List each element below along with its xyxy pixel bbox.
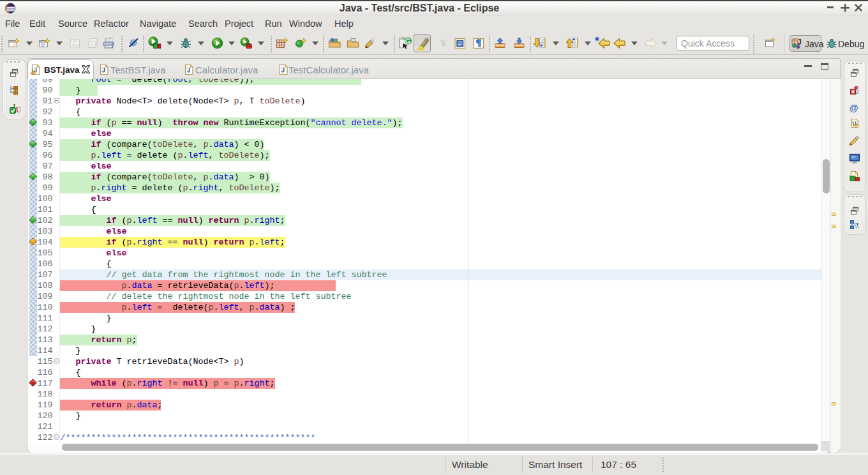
svg-text:U: U	[16, 105, 21, 114]
